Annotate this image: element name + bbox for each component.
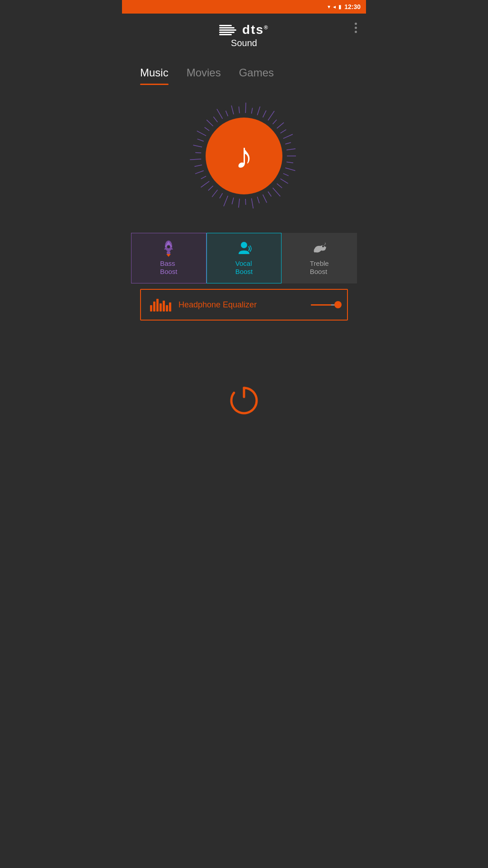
slider-track [311,304,338,306]
svg-line-36 [257,107,260,115]
bass-boost-button[interactable]: Bass Boost [131,233,206,283]
tab-movies[interactable]: Movies [178,62,230,84]
vocal-icon [236,241,252,257]
headphone-eq-label: Headphone Equalizer [178,300,304,310]
svg-rect-50 [167,251,170,254]
svg-line-7 [268,192,271,197]
svg-line-34 [245,103,246,113]
svg-line-37 [263,110,266,117]
svg-line-15 [220,193,223,198]
svg-line-17 [208,186,213,190]
svg-line-38 [268,111,274,121]
logo: dts® Sound [219,23,269,48]
logo-top: dts® [219,23,269,37]
svg-line-21 [194,165,202,167]
svg-line-25 [197,139,204,141]
power-icon [228,384,260,416]
vocal-boost-label: Vocal Boost [235,259,253,276]
eq-slider[interactable] [311,304,338,306]
svg-line-5 [277,184,282,188]
svg-line-31 [226,111,228,116]
headphone-eq-wrapper: Headphone Equalizer [122,283,366,321]
svg-line-30 [217,109,223,119]
svg-point-47 [167,245,170,249]
svg-text:♪: ♪ [324,241,326,246]
svg-line-13 [232,198,234,204]
treble-boost-button[interactable]: ♪ Treble Boost [282,233,357,283]
svg-line-16 [212,190,217,197]
header: dts® Sound [122,14,366,53]
more-options-button[interactable] [355,23,357,33]
svg-line-44 [286,149,296,150]
svg-line-35 [251,108,252,114]
headphone-equalizer-button[interactable]: Headphone Equalizer [140,289,348,321]
music-visual-area: ♪ [122,84,366,224]
vocal-boost-inner [236,241,252,257]
svg-line-28 [206,120,213,126]
bass-boost-label: Bass Boost [160,259,177,276]
dot-1 [355,23,357,25]
svg-line-20 [195,170,204,174]
dot-3 [355,31,357,33]
rocket-icon [161,241,176,257]
status-time: 12:30 [344,3,361,10]
svg-line-4 [281,179,288,184]
tab-music[interactable]: Music [131,62,178,84]
treble-boost-label: Treble Boost [310,259,329,276]
svg-line-6 [273,188,281,197]
dot-2 [355,27,357,29]
svg-line-27 [205,127,210,131]
effects-grid: Bass Boost Vocal Boost [122,224,366,283]
dts-logo-text: dts® [242,23,269,37]
slider-fill [311,304,331,306]
svg-line-39 [273,120,277,124]
ripple-container: ♪ [185,97,303,215]
svg-line-9 [257,197,259,203]
svg-line-26 [197,131,206,136]
svg-line-3 [283,174,289,176]
svg-line-32 [231,105,234,114]
svg-line-12 [239,198,239,208]
power-area [122,384,366,416]
slider-thumb [334,301,342,308]
power-button[interactable] [228,384,260,416]
svg-line-43 [285,142,291,144]
svg-line-18 [201,181,210,188]
vocal-boost-button[interactable]: Vocal Boost [206,233,282,283]
battery-icon: ▮ [338,4,342,10]
tab-games[interactable]: Games [230,62,283,84]
svg-line-42 [283,134,293,138]
signal-icon: ◂ [333,4,336,10]
svg-line-8 [263,194,267,203]
svg-line-24 [193,145,202,147]
eq-bars-icon [150,298,171,311]
treble-boost-inner: ♪ [311,241,328,257]
sound-subtitle: Sound [231,38,257,48]
wifi-icon: ▾ [328,4,330,10]
status-bar: ▾ ◂ ▮ 12:30 [122,0,366,14]
svg-line-29 [213,117,217,122]
svg-line-40 [277,123,284,128]
svg-line-10 [251,198,253,209]
music-circle[interactable]: ♪ [206,118,282,194]
svg-point-52 [241,242,247,248]
dts-disc-icon [219,25,236,35]
svg-line-33 [239,107,240,113]
svg-marker-51 [166,254,171,257]
svg-line-1 [286,162,293,163]
bird-icon: ♪ [311,241,328,257]
music-note-icon: ♪ [235,135,253,177]
svg-line-19 [201,176,206,179]
svg-line-14 [224,196,228,206]
bass-boost-inner [161,241,176,257]
svg-line-22 [190,159,201,160]
svg-line-2 [285,168,295,170]
svg-line-23 [195,152,201,153]
svg-line-41 [281,130,286,133]
tab-bar: Music Movies Games [122,53,366,84]
